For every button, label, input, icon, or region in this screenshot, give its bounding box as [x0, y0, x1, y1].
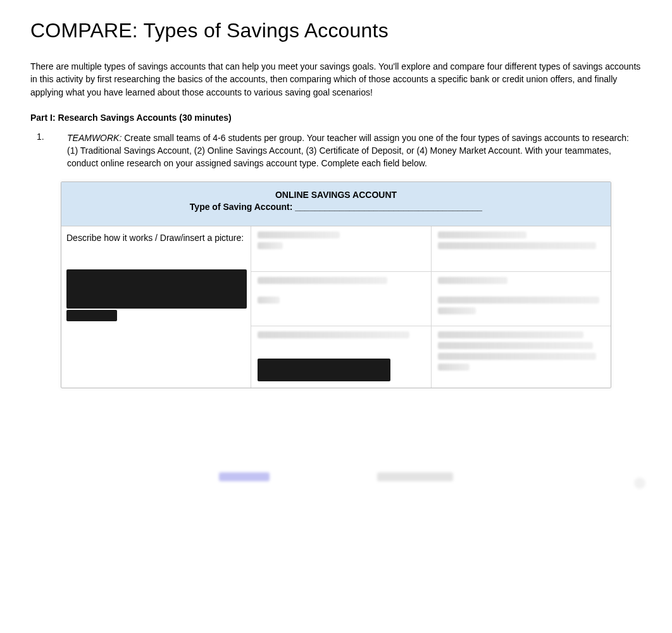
- footer-link-blur: [219, 472, 270, 481]
- redacted-content: [66, 269, 247, 309]
- blurred-text: [438, 231, 526, 238]
- describe-label: Describe how it works / Draw/insert a pi…: [66, 233, 246, 243]
- redacted-content: [66, 310, 117, 321]
- table-cell: [251, 226, 431, 272]
- list-item: 1. TEAMWORK: Create small teams of 4-6 s…: [52, 132, 642, 170]
- blurred-text: [438, 364, 470, 371]
- table-col-right: [432, 226, 611, 388]
- table-header: ONLINE SAVINGS ACCOUNT Type of Saving Ac…: [61, 182, 611, 226]
- blurred-text: [258, 277, 387, 284]
- table-cell: [432, 326, 611, 387]
- blurred-text: [438, 242, 596, 249]
- table-col-middle: [251, 226, 432, 388]
- document-page: COMPARE: Types of Savings Accounts There…: [0, 0, 672, 388]
- table-cell: [251, 272, 431, 326]
- table-header-subtitle: Type of Saving Account: ________________…: [66, 202, 606, 212]
- list-body: Create small teams of 4-6 students per g…: [67, 133, 629, 169]
- table-cell: [432, 272, 611, 326]
- footer-area: [0, 472, 672, 481]
- blurred-text: [438, 297, 599, 304]
- table-header-title: ONLINE SAVINGS ACCOUNT: [66, 190, 606, 200]
- blurred-text: [258, 331, 409, 338]
- blurred-text: [258, 297, 280, 304]
- part-one-heading: Part I: Research Savings Accounts (30 mi…: [30, 113, 642, 123]
- list-number: 1.: [37, 132, 44, 142]
- table-cell: [251, 326, 431, 387]
- instruction-list: 1. TEAMWORK: Create small teams of 4-6 s…: [30, 132, 642, 170]
- table-cell: [432, 226, 611, 272]
- blurred-text: [258, 242, 283, 249]
- page-indicator: [634, 477, 645, 489]
- blurred-text: [438, 307, 476, 314]
- blurred-text: [438, 342, 593, 349]
- blurred-text: [438, 331, 583, 338]
- redacted-content: [258, 359, 390, 381]
- table-col-describe: Describe how it works / Draw/insert a pi…: [61, 226, 251, 388]
- list-text: TEAMWORK: Create small teams of 4-6 stud…: [67, 132, 642, 170]
- teamwork-label: TEAMWORK:: [67, 133, 121, 143]
- table-body: Describe how it works / Draw/insert a pi…: [61, 226, 611, 388]
- savings-account-table: ONLINE SAVINGS ACCOUNT Type of Saving Ac…: [61, 181, 611, 388]
- intro-paragraph: There are multiple types of savings acco…: [30, 60, 642, 99]
- blurred-text: [438, 353, 596, 360]
- blurred-text: [258, 231, 340, 238]
- blurred-text: [438, 277, 507, 284]
- footer-text-blur: [377, 472, 453, 481]
- page-title: COMPARE: Types of Savings Accounts: [30, 19, 642, 42]
